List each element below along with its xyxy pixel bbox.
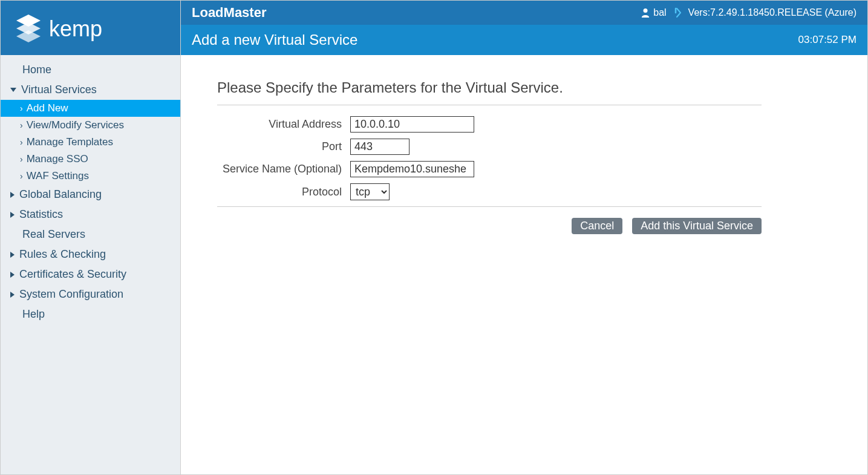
content-area: Please Specify the Parameters for the Vi… — [181, 55, 867, 258]
svg-text:kemp: kemp — [49, 16, 102, 41]
app-title: LoadMaster — [192, 5, 641, 21]
form-title: Please Specify the Parameters for the Vi… — [217, 79, 762, 96]
chevron-right-icon: › — [20, 120, 23, 130]
nav-manage-templates-label: Manage Templates — [27, 136, 113, 148]
nav-manage-templates[interactable]: › Manage Templates — [1, 134, 180, 151]
nav-certificates-security-label: Certificates & Security — [19, 268, 126, 281]
user-icon — [641, 8, 650, 18]
chevron-right-icon — [10, 192, 15, 198]
nav-virtual-services-label: Virtual Services — [21, 84, 97, 96]
sidebar: kemp Home Virtual Services › Add New › V… — [1, 1, 181, 474]
cancel-button[interactable]: Cancel — [572, 218, 622, 234]
chevron-right-icon: › — [20, 103, 23, 113]
nav-add-new-label: Add New — [27, 102, 68, 114]
username: bal — [653, 7, 666, 18]
chevron-right-icon: › — [20, 171, 23, 181]
nav-waf-settings[interactable]: › WAF Settings — [1, 168, 180, 185]
nav-manage-sso-label: Manage SSO — [27, 153, 88, 165]
nav-menu: Home Virtual Services › Add New › View/M… — [1, 55, 180, 324]
svg-point-4 — [644, 8, 648, 13]
label-virtual-address: Virtual Address — [217, 118, 350, 131]
clock: 03:07:52 PM — [798, 34, 857, 46]
nav-view-modify[interactable]: › View/Modify Services — [1, 117, 180, 134]
label-port: Port — [217, 140, 350, 153]
nav-rules-checking[interactable]: Rules & Checking — [1, 244, 180, 264]
select-protocol[interactable]: tcp — [350, 183, 390, 200]
label-protocol: Protocol — [217, 186, 350, 198]
nav-certificates-security[interactable]: Certificates & Security — [1, 264, 180, 284]
nav-help[interactable]: Help — [1, 304, 180, 324]
nav-statistics[interactable]: Statistics — [1, 205, 180, 224]
divider-bottom — [217, 206, 762, 207]
chevron-right-icon: › — [20, 154, 23, 164]
row-virtual-address: Virtual Address — [217, 116, 762, 133]
nav-home-label: Home — [22, 64, 51, 76]
nav-virtual-services[interactable]: Virtual Services — [1, 80, 180, 100]
logout-icon[interactable] — [670, 7, 681, 18]
chevron-right-icon: › — [20, 137, 23, 147]
page-title: Add a new Virtual Service — [192, 31, 798, 48]
svg-marker-2 — [16, 30, 41, 42]
nav-global-balancing[interactable]: Global Balancing — [1, 185, 180, 205]
nav-view-modify-label: View/Modify Services — [27, 119, 124, 131]
nav-help-label: Help — [22, 308, 45, 321]
row-port: Port — [217, 139, 762, 155]
button-row: Cancel Add this Virtual Service — [217, 218, 762, 234]
input-service-name[interactable] — [350, 161, 474, 177]
nav-real-servers-label: Real Servers — [22, 228, 85, 241]
chevron-right-icon — [10, 272, 15, 278]
header-top: LoadMaster bal Vers:7.2.49.1.18450.RELEA… — [181, 1, 867, 25]
kemp-logo: kemp — [11, 13, 132, 42]
nav-real-servers[interactable]: Real Servers — [1, 224, 180, 244]
nav-rules-checking-label: Rules & Checking — [19, 248, 106, 261]
nav-add-new[interactable]: › Add New — [1, 100, 180, 117]
nav-global-balancing-label: Global Balancing — [19, 188, 102, 201]
chevron-right-icon — [10, 212, 15, 218]
chevron-down-icon — [10, 88, 16, 92]
version-text: Vers:7.2.49.1.18450.RELEASE (Azure) — [688, 7, 857, 18]
input-virtual-address[interactable] — [350, 116, 474, 133]
logo-area: kemp — [1, 1, 180, 55]
row-service-name: Service Name (Optional) — [217, 161, 762, 177]
nav-manage-sso[interactable]: › Manage SSO — [1, 151, 180, 168]
main-area: LoadMaster bal Vers:7.2.49.1.18450.RELEA… — [181, 1, 867, 474]
header-user: bal — [641, 7, 680, 18]
nav-waf-settings-label: WAF Settings — [27, 170, 89, 182]
add-virtual-service-button[interactable]: Add this Virtual Service — [632, 218, 762, 234]
chevron-right-icon — [10, 292, 15, 298]
nav-home[interactable]: Home — [1, 60, 180, 80]
nav-system-configuration-label: System Configuration — [19, 288, 123, 301]
input-port[interactable] — [350, 139, 410, 155]
divider — [217, 105, 762, 105]
header-sub: Add a new Virtual Service 03:07:52 PM — [181, 25, 867, 55]
row-protocol: Protocol tcp — [217, 183, 762, 200]
nav-system-configuration[interactable]: System Configuration — [1, 284, 180, 304]
label-service-name: Service Name (Optional) — [217, 163, 350, 175]
chevron-right-icon — [10, 252, 15, 258]
nav-statistics-label: Statistics — [19, 208, 63, 221]
